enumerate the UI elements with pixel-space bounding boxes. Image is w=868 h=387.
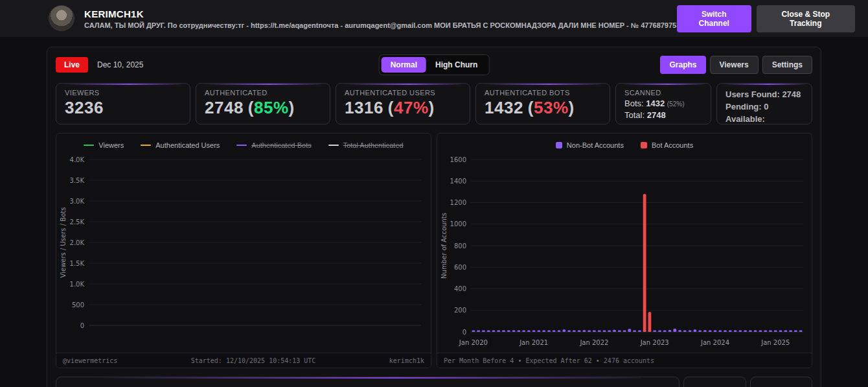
legend-viewers[interactable]: Viewers xyxy=(84,141,124,149)
svg-text:400: 400 xyxy=(454,285,466,292)
svg-text:Viewers / Users / Bots: Viewers / Users / Bots xyxy=(60,207,67,278)
bottom-panel-stub-1 xyxy=(683,377,746,387)
tab-settings[interactable]: Settings xyxy=(762,56,812,74)
channel-avatar xyxy=(49,5,74,31)
viewers-value: 3236 xyxy=(65,99,104,116)
stat-label: VIEWERS xyxy=(65,89,181,97)
auth-bots-series-swatch xyxy=(236,145,247,146)
svg-text:1600: 1600 xyxy=(450,156,466,163)
channel-handle: kerimch1k xyxy=(389,357,424,364)
started-timestamp: Started: 12/10/2025 10:54:13 UTC xyxy=(117,357,389,364)
bottom-panel-stub-2 xyxy=(750,377,812,387)
stream-date: Dec 10, 2025 xyxy=(97,60,143,69)
scanned-total-line: Total: 2748 xyxy=(624,110,702,120)
stat-label: SCANNED xyxy=(624,89,702,97)
watermark: @viewermetrics xyxy=(63,357,117,364)
svg-text:Number of Accounts: Number of Accounts xyxy=(440,213,448,279)
viewers-chart-footer: @viewermetrics Started: 12/10/2025 10:54… xyxy=(56,353,431,368)
users-found-line: Users Found: 2748 xyxy=(725,89,803,101)
authenticated-bots-percent: (53%) xyxy=(528,99,575,116)
viewers-chart-plot: 4.0K3.5K3.0K2.5K2.0K1.5K1.0K5000Viewers … xyxy=(56,153,431,353)
authenticated-users-value: 1316 xyxy=(345,99,383,116)
controls-row: Live Dec 10, 2025 Normal High Churn Grap… xyxy=(56,55,812,75)
svg-text:Jan 2022: Jan 2022 xyxy=(579,339,608,346)
mode-high-churn-button[interactable]: High Churn xyxy=(426,57,486,73)
authenticated-value: 2748 xyxy=(205,99,244,116)
svg-text:2.0K: 2.0K xyxy=(70,239,85,246)
view-buttons: Graphs Viewers Settings xyxy=(660,56,812,74)
svg-text:3.5K: 3.5K xyxy=(70,177,85,184)
svg-text:0: 0 xyxy=(80,322,84,329)
scanned-bots-percent: (52%) xyxy=(667,100,685,108)
tab-viewers[interactable]: Viewers xyxy=(710,56,759,74)
bottom-row xyxy=(56,377,812,387)
accounts-chart-footer: Per Month Before 4 • Expected After 62 •… xyxy=(437,353,812,368)
stat-card-authenticated: AUTHENTICATED 2748 (85%) xyxy=(196,83,330,124)
legend-non-bot-accounts[interactable]: Non-Bot Accounts xyxy=(556,141,624,149)
svg-text:4.0K: 4.0K xyxy=(70,156,85,163)
legend-authenticated-bots[interactable]: Authenticated Bots xyxy=(236,141,311,149)
bottom-panel-stub-wide xyxy=(56,377,680,387)
svg-text:1400: 1400 xyxy=(450,178,466,185)
mode-normal-button[interactable]: Normal xyxy=(382,57,426,73)
stat-card-overview: Users Found: 2748 Pending: 0 Available: … xyxy=(716,83,812,124)
channel-info: KERIMCH1K САЛАМ, ТЫ МОЙ ДРУГ. По сотрудн… xyxy=(84,8,677,29)
charts-row: Viewers Authenticated Users Authenticate… xyxy=(56,133,812,368)
stat-card-authenticated-bots: AUTHENTICATED BOTS 1432 (53%) xyxy=(475,83,610,124)
svg-text:Jan 2024: Jan 2024 xyxy=(700,339,729,346)
authenticated-users-percent: (47%) xyxy=(388,99,435,116)
svg-text:3.0K: 3.0K xyxy=(70,198,85,205)
svg-text:1200: 1200 xyxy=(450,199,466,206)
stat-card-scanned: SCANNED Bots: 1432 (52%) Total: 2748 xyxy=(615,83,711,124)
viewers-series-swatch xyxy=(84,145,94,146)
svg-text:Jan 2025: Jan 2025 xyxy=(760,339,790,346)
legend-total-authenticated[interactable]: Total Authenticated xyxy=(328,141,404,149)
topbar-actions: Switch Channel Close & Stop Tracking xyxy=(677,5,855,32)
bot-series-swatch xyxy=(641,142,647,148)
close-stop-tracking-button[interactable]: Close & Stop Tracking xyxy=(757,5,855,32)
available-line: Available: 3096/5000 xyxy=(725,113,803,124)
svg-text:200: 200 xyxy=(454,307,466,314)
non-bot-series-swatch xyxy=(556,142,562,148)
pending-line: Pending: 0 xyxy=(725,101,803,113)
svg-text:1000: 1000 xyxy=(450,220,466,228)
legend-bot-accounts[interactable]: Bot Accounts xyxy=(641,141,693,149)
svg-text:Jan 2020: Jan 2020 xyxy=(459,339,488,346)
svg-text:0: 0 xyxy=(463,329,466,336)
svg-text:500: 500 xyxy=(72,301,84,309)
switch-channel-button[interactable]: Switch Channel xyxy=(677,5,751,32)
authenticated-percent: (85%) xyxy=(248,99,295,116)
main-panel: Live Dec 10, 2025 Normal High Churn Grap… xyxy=(47,47,821,387)
svg-text:1.5K: 1.5K xyxy=(70,260,85,267)
stat-card-authenticated-users: AUTHENTICATED USERS 1316 (47%) xyxy=(336,83,470,124)
svg-text:800: 800 xyxy=(454,242,466,250)
scanned-bots-line: Bots: 1432 (52%) xyxy=(624,99,702,108)
viewers-chart-legend: Viewers Authenticated Users Authenticate… xyxy=(56,134,431,153)
top-header: KERIMCH1K САЛАМ, ТЫ МОЙ ДРУГ. По сотрудн… xyxy=(0,0,868,37)
total-auth-series-swatch xyxy=(328,145,339,146)
channel-name: KERIMCH1K xyxy=(84,8,677,19)
svg-text:Jan 2021: Jan 2021 xyxy=(519,339,548,346)
svg-text:Jan 2023: Jan 2023 xyxy=(640,339,669,346)
accounts-chart-svg: 02004006008001000120014001600Jan 2020Jan… xyxy=(437,153,811,351)
viewers-chart-svg: 4.0K3.5K3.0K2.5K2.0K1.5K1.0K5000Viewers … xyxy=(56,153,430,351)
accounts-chart-panel: Non-Bot Accounts Bot Accounts 0200400600… xyxy=(437,133,812,368)
stat-label: AUTHENTICATED USERS xyxy=(345,89,461,97)
authenticated-bots-value: 1432 xyxy=(485,99,523,116)
auth-users-series-swatch xyxy=(141,145,151,146)
stat-card-viewers: VIEWERS 3236 xyxy=(56,83,190,124)
accounts-chart-legend: Non-Bot Accounts Bot Accounts xyxy=(437,134,812,153)
accounts-summary: Per Month Before 4 • Expected After 62 •… xyxy=(444,357,654,364)
tab-graphs[interactable]: Graphs xyxy=(660,56,705,74)
svg-text:2.5K: 2.5K xyxy=(70,218,85,226)
stats-row: VIEWERS 3236 AUTHENTICATED 2748 (85%) AU… xyxy=(56,83,812,124)
stat-label: AUTHENTICATED BOTS xyxy=(485,89,601,97)
svg-text:600: 600 xyxy=(454,264,466,271)
legend-authenticated-users[interactable]: Authenticated Users xyxy=(141,141,220,149)
live-badge: Live xyxy=(56,57,88,73)
svg-text:1.0K: 1.0K xyxy=(70,281,85,288)
accounts-chart-plot: 02004006008001000120014001600Jan 2020Jan… xyxy=(437,153,812,353)
viewers-chart-panel: Viewers Authenticated Users Authenticate… xyxy=(56,133,431,368)
stat-label: AUTHENTICATED xyxy=(205,89,321,97)
channel-description: САЛАМ, ТЫ МОЙ ДРУГ. По сотрудничеству:тг… xyxy=(84,21,677,29)
